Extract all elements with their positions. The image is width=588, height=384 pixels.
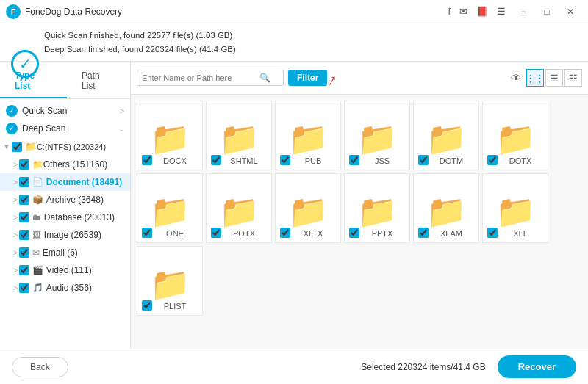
file-checkbox[interactable] — [280, 228, 290, 238]
file-checkbox[interactable] — [142, 228, 152, 238]
sidebar-audio[interactable]: > 🎵 Audio (356) — [0, 279, 130, 297]
root-folder-icon: 📁 — [25, 141, 37, 152]
file-item[interactable]: 📁 JSS — [344, 101, 410, 170]
search-input[interactable] — [142, 73, 259, 82]
file-checkbox[interactable] — [418, 228, 429, 238]
file-item[interactable]: 📁 DOCX — [137, 101, 203, 170]
root-checkbox[interactable] — [12, 142, 22, 152]
bottom-bar: Back Selected 220324 items/41.4 GB Recov… — [0, 349, 588, 384]
back-button[interactable]: Back — [12, 357, 68, 377]
others-checkbox[interactable] — [19, 159, 29, 170]
file-checkbox[interactable] — [280, 155, 290, 165]
file-folder-icon: 📁 — [150, 123, 190, 155]
file-checkbox[interactable] — [142, 155, 152, 165]
deep-scan-arrow: ⌄ — [118, 125, 124, 133]
quick-scan-check: ✓ — [6, 105, 18, 117]
filter-button[interactable]: Filter — [288, 70, 327, 86]
others-label: Others (151160) — [43, 159, 107, 170]
file-item[interactable]: 📁 XLAM — [413, 173, 479, 243]
database-checkbox[interactable] — [19, 212, 29, 222]
app-title: FoneDog Data Recovery — [25, 7, 448, 17]
file-grid: 📁 DOCX 📁 SHTML 📁 PUB 📁 JSS 📁 DOTM 📁 DOTX… — [131, 95, 588, 349]
sidebar-image[interactable]: > 🖼 Image (26539) — [0, 226, 130, 244]
image-checkbox[interactable] — [19, 230, 29, 240]
file-item[interactable]: 📁 PLIST — [137, 246, 203, 316]
email-checkbox[interactable] — [19, 247, 29, 258]
menu-icon[interactable]: ☰ — [497, 6, 506, 17]
file-item[interactable]: 📁 SHTML — [206, 101, 272, 170]
close-button[interactable]: ✕ — [559, 0, 582, 23]
selection-status: Selected 220324 items/41.4 GB — [68, 362, 486, 372]
grid-view-button[interactable]: ⋮⋮ — [526, 69, 544, 87]
deep-scan-row[interactable]: ✓ Deep Scan ⌄ — [0, 120, 130, 137]
recover-button[interactable]: Recover — [498, 355, 576, 378]
titlebar-social-icons: f ✉ 📕 ☰ — [448, 6, 506, 17]
file-name-label: POTX — [233, 229, 255, 238]
file-item[interactable]: 📁 PPTX — [344, 173, 410, 243]
tree-root-item[interactable]: ▼ 📁 C:(NTFS) (220324) — [0, 137, 130, 156]
image-icon: 🖼 — [32, 230, 41, 240]
file-name-label: PUB — [305, 156, 322, 165]
file-checkbox[interactable] — [211, 155, 221, 165]
view-toggle-group: 👁 ⋮⋮ ☰ ☷ — [507, 69, 582, 87]
audio-checkbox[interactable] — [19, 283, 29, 293]
file-name-label: PLIST — [164, 302, 187, 311]
audio-label: Audio (356) — [46, 283, 92, 293]
file-checkbox[interactable] — [349, 228, 359, 238]
email-label: Email (6) — [43, 247, 78, 258]
minimize-button[interactable]: − — [512, 0, 535, 23]
file-folder-icon: 📁 — [219, 123, 259, 155]
file-item[interactable]: 📁 DOTM — [413, 101, 479, 170]
sidebar-email[interactable]: > ✉ Email (6) — [0, 244, 130, 261]
file-folder-icon: 📁 — [495, 123, 536, 155]
sidebar-database[interactable]: > 🖿 Database (20013) — [0, 209, 130, 226]
video-checkbox[interactable] — [19, 265, 29, 275]
file-checkbox[interactable] — [349, 155, 359, 165]
file-folder-icon: 📁 — [288, 195, 329, 228]
tab-path-list[interactable]: Path List — [67, 65, 130, 98]
file-item[interactable]: 📁 DOTX — [482, 101, 548, 170]
message-icon[interactable]: ✉ — [459, 6, 467, 17]
file-folder-icon: 📁 — [495, 195, 536, 228]
file-item[interactable]: 📁 ONE — [137, 173, 203, 243]
sidebar-document[interactable]: > 📄 Document (18491) — [0, 173, 130, 191]
details-view-button[interactable]: ☷ — [564, 69, 582, 87]
preview-toggle-button[interactable]: 👁 — [507, 69, 525, 87]
file-item[interactable]: 📁 XLL — [482, 173, 548, 243]
sidebar-others[interactable]: > 📁 Others (151160) — [0, 156, 130, 173]
file-name-label: XLAM — [440, 229, 462, 238]
archive-checkbox[interactable] — [19, 195, 29, 205]
file-checkbox[interactable] — [418, 155, 429, 165]
file-name-label: XLTX — [304, 229, 323, 238]
sidebar-video[interactable]: > 🎬 Video (111) — [0, 261, 130, 279]
deep-scan-status: Deep Scan finished, found 220324 file(s)… — [44, 43, 236, 56]
maximize-button[interactable]: □ — [535, 0, 559, 23]
file-checkbox[interactable] — [142, 300, 152, 311]
file-item[interactable]: 📁 PUB — [275, 101, 341, 170]
file-item[interactable]: 📁 XLTX — [275, 173, 341, 243]
quick-scan-row[interactable]: ✓ Quick Scan > — [0, 102, 130, 120]
database-label: Database (20013) — [44, 212, 115, 222]
quick-scan-status: Quick Scan finished, found 22577 file(s)… — [44, 29, 236, 42]
file-item[interactable]: 📁 POTX — [206, 173, 272, 243]
file-name-label: PPTX — [372, 229, 393, 238]
file-folder-icon: 📁 — [150, 195, 190, 228]
search-icon: 🔍 — [259, 73, 270, 83]
file-checkbox[interactable] — [487, 155, 498, 165]
sidebar-archive[interactable]: > 📦 Archive (3648) — [0, 191, 130, 209]
file-folder-icon: 📁 — [426, 123, 467, 155]
email-arrow: > — [13, 249, 18, 257]
audio-arrow: > — [13, 284, 18, 292]
facebook-icon[interactable]: f — [448, 6, 451, 17]
video-icon: 🎬 — [32, 265, 43, 275]
image-label: Image (26539) — [44, 230, 101, 240]
file-checkbox[interactable] — [487, 228, 498, 238]
archive-arrow: > — [13, 196, 18, 204]
file-name-label: DOTX — [509, 156, 532, 165]
document-arrow: > — [13, 178, 18, 186]
list-view-button[interactable]: ☰ — [545, 69, 563, 87]
content-toolbar: 🔍 Filter ↑ 👁 ⋮⋮ ☰ ☷ — [131, 62, 588, 95]
book-icon[interactable]: 📕 — [476, 6, 488, 17]
file-checkbox[interactable] — [211, 228, 221, 238]
document-checkbox[interactable] — [19, 177, 29, 187]
